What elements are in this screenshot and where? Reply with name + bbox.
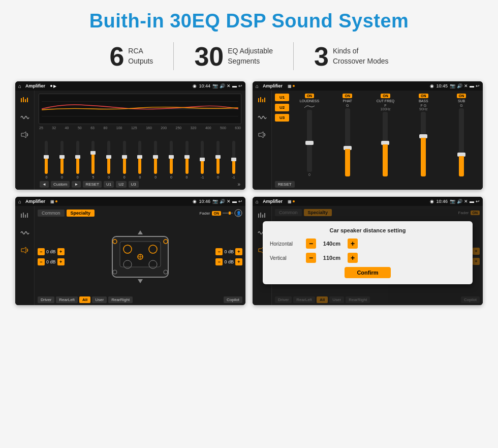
eq-slider-9: 0 [180, 141, 194, 179]
sidebar-eq-icon-4[interactable] [256, 210, 269, 221]
fader-slider[interactable] [223, 211, 233, 216]
speaker-body: Common Specialty Fader ON 👤 [35, 206, 245, 305]
svg-rect-9 [260, 97, 261, 102]
amp-u3-btn[interactable]: U3 [275, 114, 289, 122]
loudness-on[interactable]: ON [305, 94, 315, 98]
horizontal-minus[interactable]: − [306, 238, 316, 249]
sidebar-eq-icon-2[interactable] [256, 95, 269, 106]
eq-u2-btn[interactable]: U2 [116, 181, 126, 188]
vol-icon-2: 🔊 [457, 83, 462, 88]
cutfreq-slider[interactable] [383, 112, 388, 176]
stats-row: 6 RCA Outputs 30 EQ Adjustable Segments … [15, 42, 483, 70]
phat-label: PHAT [343, 99, 352, 103]
car-svg [105, 226, 176, 287]
loudness-slider[interactable] [307, 110, 312, 172]
sidebar-wave-icon-2[interactable] [256, 112, 269, 123]
status-bar-4: ⌂ Amplifier ▦ ◉ 10:46 📷 🔊 ✕ ▬ ↩ [253, 197, 483, 206]
sidebar-speaker-icon-2[interactable] [256, 129, 269, 140]
expand-icon[interactable]: » [237, 182, 240, 187]
eq-u1-btn[interactable]: U1 [104, 181, 114, 188]
confirm-button[interactable]: Confirm [345, 267, 390, 278]
eq-main: 253240 506380 100125160 200250320 400500… [35, 91, 245, 190]
back-icon-3[interactable]: ↩ [238, 199, 242, 204]
sidebar-wave-icon-3[interactable] [18, 227, 32, 238]
phat-on[interactable]: ON [343, 94, 352, 98]
eq-graph [39, 94, 241, 124]
home-icon-1[interactable]: ⌂ [18, 83, 21, 89]
eq-slider-5: 0 [117, 141, 131, 179]
eq-u3-btn[interactable]: U3 [129, 181, 139, 188]
back-icon-2[interactable]: ↩ [476, 83, 480, 88]
back-icon-4[interactable]: ↩ [476, 199, 480, 204]
bass-slider[interactable] [421, 112, 426, 176]
amp-u2-btn[interactable]: U2 [275, 104, 289, 111]
vol-icon-4: 🔊 [457, 199, 462, 204]
eq-prev-btn[interactable]: ◄ [40, 181, 49, 188]
status-icons-3: ▦ [50, 199, 57, 204]
left-sidebar-2 [253, 91, 272, 190]
eq-sliders-area: 0 0 0 5 [39, 132, 241, 179]
sidebar-speaker-icon[interactable] [18, 129, 32, 140]
vol-fl-plus[interactable]: + [57, 248, 65, 255]
eq-footer: ◄ Custom ► RESET U1 U2 U3 » [39, 181, 241, 188]
camera-icon-3: 📷 [212, 199, 218, 204]
svg-marker-12 [259, 132, 263, 138]
eq-custom-btn[interactable]: Custom [51, 181, 70, 188]
vol-fr-plus[interactable]: + [235, 248, 242, 255]
btn-rearright[interactable]: RearRight [108, 296, 133, 303]
btn-driver[interactable]: Driver [38, 296, 54, 303]
sidebar-wave-icon[interactable] [18, 112, 32, 123]
dialog-row-vertical: Vertical − 110cm + [270, 253, 465, 263]
home-icon-4[interactable]: ⌂ [256, 199, 259, 204]
dialog-label-vertical: Vertical [270, 255, 303, 261]
horizontal-plus[interactable]: + [348, 238, 358, 249]
vertical-minus[interactable]: − [306, 253, 316, 263]
vol-rr: − 0 dB + [215, 258, 242, 265]
location-icon-2: ◉ [430, 83, 434, 88]
svg-rect-19 [229, 212, 231, 215]
sidebar-eq-icon-3[interactable] [18, 210, 32, 221]
vol-fl-minus[interactable]: − [38, 248, 45, 255]
channel-sub: ON SUB G [443, 94, 480, 176]
stat-crossover-number: 3 [314, 43, 329, 70]
tab-common[interactable]: Common [38, 210, 65, 217]
vertical-plus[interactable]: + [348, 253, 358, 263]
amp-u1-btn[interactable]: U1 [275, 94, 289, 101]
btn-user[interactable]: User [92, 296, 107, 303]
amp-reset-btn[interactable]: RESET [275, 181, 295, 188]
vol-rr-minus[interactable]: − [215, 258, 223, 265]
home-icon-3[interactable]: ⌂ [18, 199, 21, 204]
dot-3 [55, 200, 57, 202]
btn-all[interactable]: All [79, 296, 90, 303]
eq-slider-2: 0 [71, 141, 84, 179]
sub-slider[interactable] [459, 108, 464, 176]
tab-specialty[interactable]: Specialty [67, 210, 95, 217]
sub-on[interactable]: ON [457, 94, 466, 98]
bass-on[interactable]: ON [419, 94, 428, 98]
vol-icon-3: 🔊 [220, 199, 225, 204]
back-icon-1[interactable]: ↩ [238, 83, 242, 88]
camera-icon-4: 📷 [450, 199, 455, 204]
grid-icon-2: ▦ [288, 84, 292, 88]
eq-play-btn[interactable]: ► [72, 181, 81, 188]
sidebar-speaker-icon-3[interactable] [18, 245, 32, 256]
eq-reset-btn[interactable]: RESET [83, 181, 102, 188]
speaker-left-ctrls: − 0 dB + − 0 dB + [38, 219, 65, 294]
bass-label: BASS [419, 99, 428, 103]
fader-on-badge[interactable]: ON [212, 211, 222, 216]
right-icons-4: 📷 🔊 ✕ ▬ ↩ [450, 199, 480, 204]
phat-slider[interactable] [345, 108, 350, 176]
eq-freq-labels: 253240 506380 100125160 200250320 400500… [39, 126, 241, 130]
vol-rl-plus[interactable]: + [57, 258, 65, 265]
vol-fr-minus[interactable]: − [215, 248, 223, 255]
btn-rearleft[interactable]: RearLeft [56, 296, 78, 303]
vol-rl-minus[interactable]: − [38, 258, 45, 265]
sidebar-eq-icon[interactable] [18, 95, 32, 106]
btn-copilot[interactable]: Copilot [224, 296, 242, 303]
cutfreq-on[interactable]: ON [381, 94, 390, 98]
status-icons-4: ▦ [288, 199, 295, 204]
home-icon-2[interactable]: ⌂ [256, 83, 259, 89]
eq-slider-4: 0 [102, 141, 116, 179]
svg-text:👤: 👤 [236, 211, 241, 216]
vol-rr-plus[interactable]: + [235, 258, 242, 265]
